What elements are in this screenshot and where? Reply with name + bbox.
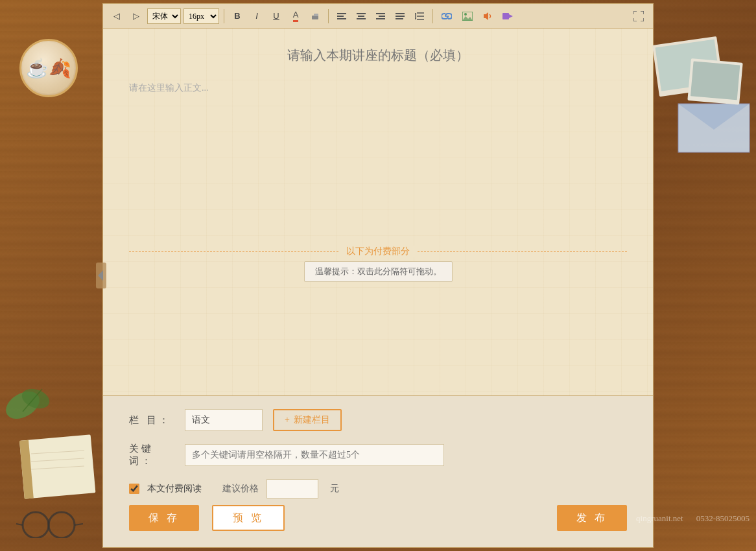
align-center-button[interactable] [353,8,370,25]
paid-divider: 以下为付费部分 [129,251,627,252]
image-icon [462,12,473,21]
svg-rect-9 [691,61,740,100]
price-input[interactable] [266,479,318,498]
editor-content-area: 请在这里输入正文... 以下为付费部分 温馨提示：双击此分隔符可拖动。 [103,29,653,395]
top-right-decoration [639,26,756,169]
body-input[interactable]: 请在这里输入正文... [129,82,627,147]
avatar: ☕🍂 [19,39,78,97]
watermark-phone: 0532-85025005 [696,513,750,524]
toolbar-divider-3 [432,9,433,23]
line-height-icon [415,12,424,21]
redo-button[interactable]: ▷ [128,8,145,25]
svg-point-43 [464,13,467,16]
font-family-select[interactable]: 宋体 [147,8,181,24]
preview-button[interactable]: 预 览 [212,505,285,531]
link-button[interactable] [438,8,456,25]
toolbar-divider-2 [328,9,329,23]
collapse-arrow[interactable] [96,263,106,288]
align-right-button[interactable] [372,8,389,25]
bottom-left-decoration [13,434,104,538]
toolbar-divider-1 [224,9,224,23]
align-left-icon [337,12,346,20]
avatar-image: ☕🍂 [23,42,75,94]
fullscreen-icon [633,11,644,21]
editor-container: ◁ ▷ 宋体 16px B I U A [102,3,654,548]
undo-button[interactable]: ◁ [108,8,125,25]
watermark-website: qingruanit.net [636,513,683,524]
svg-marker-45 [484,12,488,20]
align-left-button[interactable] [333,8,350,25]
keywords-label: 关键词： [129,443,174,467]
font-color-icon: A [293,10,299,22]
category-label: 栏 目： [129,414,174,427]
link-icon [442,12,452,20]
align-center-icon [357,12,366,20]
plus-icon: + [285,415,290,425]
eraser-icon [311,12,320,21]
fullscreen-controls [630,8,648,25]
image-button[interactable] [458,8,477,25]
video-icon [502,12,513,20]
svg-line-18 [16,524,23,525]
paid-row: 本文付费阅读 建议价格 元 [129,479,627,498]
svg-line-19 [75,524,83,525]
new-category-label: 新建栏目 [294,414,330,426]
fullscreen-button[interactable] [630,8,648,25]
svg-marker-20 [98,270,103,281]
keywords-row: 关键词： [129,443,627,467]
paid-checkbox-label: 本文付费阅读 [147,483,202,495]
category-input[interactable] [185,409,263,431]
title-input[interactable] [129,48,627,63]
yuan-label: 元 [330,483,339,495]
suggested-price-label: 建议价格 [222,483,259,495]
watermark: qingruanit.net 0532-85025005 [555,506,750,532]
svg-marker-47 [509,14,513,18]
align-justify-button[interactable] [392,8,408,25]
svg-rect-46 [502,13,509,19]
audio-icon [483,12,492,21]
new-category-button[interactable]: + 新建栏目 [273,409,342,431]
font-size-select[interactable]: 16px [183,8,219,24]
align-right-icon [376,12,385,20]
action-buttons: 保 存 预 览 发 布 [129,505,627,531]
clear-format-button[interactable] [307,8,324,25]
category-row: 栏 目： + 新建栏目 [129,409,627,431]
paid-section: 以下为付费部分 温馨提示：双击此分隔符可拖动。 [129,251,627,282]
font-color-button[interactable]: A [287,8,304,25]
svg-rect-22 [314,14,318,16]
paid-hint-box: 温馨提示：双击此分隔符可拖动。 [304,261,453,282]
video-button[interactable] [499,8,517,25]
align-justify-icon [396,12,405,20]
audio-button[interactable] [479,8,496,25]
leaf-decoration [3,376,55,421]
editor-inner: 请在这里输入正文... 以下为付费部分 温馨提示：双击此分隔符可拖动。 [103,29,653,395]
line-height-button[interactable] [411,8,428,25]
toolbar: ◁ ▷ 宋体 16px B I U A [103,4,653,29]
body-placeholder: 请在这里输入正文... [129,83,209,93]
svg-marker-44 [462,16,473,21]
svg-point-16 [49,512,75,538]
svg-point-15 [23,512,49,538]
save-button[interactable]: 保 存 [129,505,199,531]
paid-divider-label: 以下为付费部分 [338,246,418,257]
keywords-input[interactable] [185,444,444,466]
editor-scroll: 请在这里输入正文... 以下为付费部分 温馨提示：双击此分隔符可拖动。 [103,29,653,395]
italic-button[interactable]: I [248,8,265,25]
paid-hint: 温馨提示：双击此分隔符可拖动。 [129,261,627,282]
paid-checkbox[interactable] [129,484,139,494]
underline-button[interactable]: U [268,8,285,25]
bold-button[interactable]: B [229,8,246,25]
